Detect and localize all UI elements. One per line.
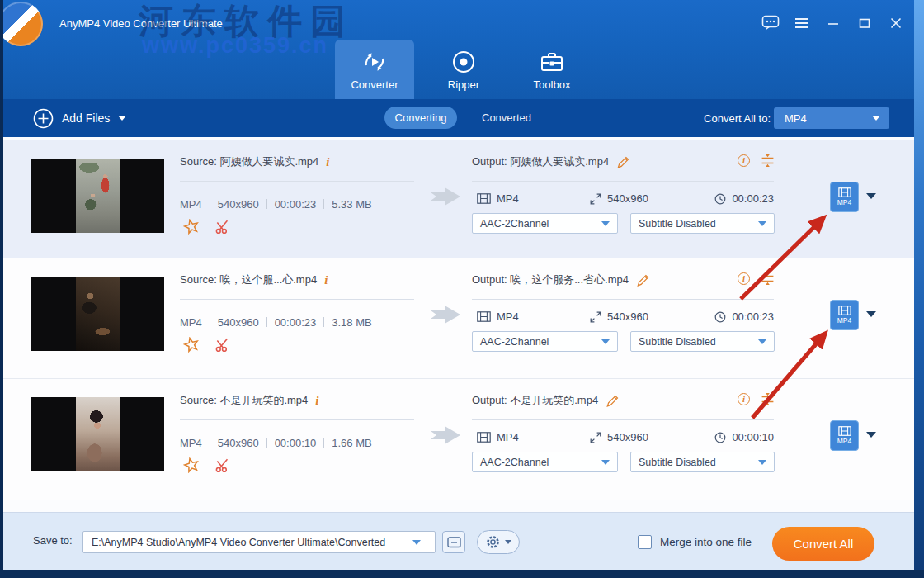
convert-all-to-select[interactable]: MP4	[774, 107, 889, 129]
maximize-button[interactable]	[855, 13, 874, 33]
tab-converter[interactable]: Converter	[335, 40, 414, 99]
source-filename: Source: 阿姨做人要诚实.mp4	[180, 154, 318, 169]
format-caret[interactable]	[866, 311, 876, 317]
subtitle-select[interactable]: Subtitle Disabled	[630, 331, 775, 352]
duration-icon	[714, 311, 726, 323]
chevron-down-icon	[505, 540, 512, 544]
file-row: Source: 唉，这个服...心.mp4 i MP4540x96000:00:…	[3, 258, 914, 379]
audio-track-select[interactable]: AAC-2Channel	[472, 213, 618, 234]
audio-track-value: AAC-2Channel	[480, 336, 549, 348]
video-format-icon	[477, 311, 491, 322]
toolbar: Add Files Converting Converted Convert A…	[3, 99, 914, 137]
cut-icon[interactable]	[214, 337, 231, 353]
output-duration-value: 00:00:10	[732, 431, 774, 443]
output-format-button[interactable]: MP4	[830, 182, 859, 212]
output-filename: Output: 唉，这个服务...省心.mp4	[472, 272, 629, 287]
chevron-down-icon	[872, 116, 880, 121]
desktop-background	[0, 570, 924, 578]
cut-icon[interactable]	[214, 457, 231, 473]
format-caret[interactable]	[866, 432, 876, 438]
output-info-icon[interactable]: i	[738, 272, 750, 285]
chevron-down-icon	[758, 460, 766, 465]
view-converting[interactable]: Converting	[384, 107, 457, 129]
rename-icon[interactable]	[636, 273, 650, 287]
converted-label: Converted	[482, 111, 531, 124]
merge-checkbox[interactable]	[638, 535, 652, 549]
edit-effects-icon[interactable]	[183, 337, 200, 353]
chevron-down-icon	[601, 221, 610, 226]
settings-button[interactable]	[477, 530, 520, 554]
source-meta: MP4540x96000:00:233.18 MB	[180, 316, 372, 329]
view-converted[interactable]: Converted	[482, 107, 531, 129]
format-caret[interactable]	[866, 193, 876, 199]
divider	[472, 299, 774, 300]
video-thumbnail[interactable]	[31, 397, 164, 471]
video-format-icon	[477, 193, 491, 204]
open-folder-button[interactable]	[442, 531, 465, 553]
divider	[180, 299, 414, 300]
resolution-icon	[590, 432, 601, 443]
tab-converter-label: Converter	[351, 78, 398, 91]
chevron-down-icon	[758, 221, 766, 226]
header: AnyMP4 Video Converter Ultimate Co	[3, 0, 914, 99]
edit-effects-icon[interactable]	[183, 457, 200, 473]
source-info-icon[interactable]: i	[326, 155, 329, 169]
subtitle-value: Subtitle Disabled	[639, 218, 716, 230]
rename-icon[interactable]	[606, 394, 620, 408]
save-path-caret[interactable]	[412, 540, 421, 545]
arrow-right-icon	[431, 425, 462, 445]
audio-track-value: AAC-2Channel	[480, 457, 549, 468]
video-format-icon	[477, 432, 491, 443]
chevron-down-icon	[601, 339, 610, 344]
arrow-right-icon	[431, 305, 462, 325]
output-filename: Output: 阿姨做人要诚实.mp4	[472, 154, 609, 169]
convert-all-to-label: Convert All to:	[704, 99, 771, 137]
duration-icon	[714, 193, 726, 205]
output-duration-value: 00:00:23	[732, 192, 774, 205]
desktop-background	[914, 0, 924, 578]
menu-icon[interactable]	[792, 13, 812, 33]
audio-track-select[interactable]: AAC-2Channel	[472, 452, 618, 472]
subtitle-select[interactable]: Subtitle Disabled	[630, 213, 775, 234]
source-info-icon[interactable]: i	[315, 394, 318, 408]
output-filename: Output: 不是开玩笑的.mp4	[472, 393, 598, 408]
adjust-settings-icon[interactable]	[761, 272, 775, 286]
divider	[472, 181, 774, 182]
plus-circle-icon	[33, 108, 54, 129]
converter-icon	[361, 48, 388, 76]
film-icon	[838, 426, 851, 436]
source-filename: Source: 不是开玩笑的.mp4	[180, 393, 308, 408]
output-info-icon[interactable]: i	[738, 154, 750, 167]
output-info-icon[interactable]: i	[738, 393, 750, 405]
format-badge-label: MP4	[837, 438, 851, 445]
tab-ripper[interactable]: Ripper	[429, 40, 498, 99]
tab-ripper-label: Ripper	[448, 78, 479, 91]
audio-track-select[interactable]: AAC-2Channel	[472, 331, 618, 352]
close-button[interactable]	[886, 13, 906, 33]
minimize-button[interactable]	[823, 13, 843, 33]
source-info-icon[interactable]: i	[324, 273, 328, 287]
feedback-icon[interactable]	[761, 13, 780, 33]
add-files-button[interactable]: Add Files	[33, 99, 126, 137]
chevron-down-icon	[601, 460, 610, 465]
tab-toolbox[interactable]: Toolbox	[515, 40, 589, 99]
save-path-input[interactable]	[82, 531, 436, 553]
source-meta: MP4540x96000:00:101.66 MB	[180, 437, 372, 449]
ripper-icon	[451, 48, 476, 76]
output-format-button[interactable]: MP4	[830, 300, 859, 330]
video-thumbnail[interactable]	[31, 159, 164, 233]
subtitle-select[interactable]: Subtitle Disabled	[630, 452, 775, 472]
app-logo-icon	[3, 2, 43, 46]
output-format-button[interactable]: MP4	[830, 420, 859, 451]
audio-track-value: AAC-2Channel	[480, 218, 549, 230]
adjust-settings-icon[interactable]	[761, 392, 775, 406]
cut-icon[interactable]	[214, 219, 231, 235]
rename-icon[interactable]	[616, 155, 630, 169]
source-filename: Source: 唉，这个服...心.mp4	[180, 272, 317, 287]
film-icon	[838, 187, 851, 197]
edit-effects-icon[interactable]	[183, 219, 200, 235]
film-icon	[838, 306, 851, 315]
convert-all-button[interactable]: Convert All	[772, 527, 874, 561]
adjust-settings-icon[interactable]	[761, 154, 775, 168]
video-thumbnail[interactable]	[31, 277, 164, 351]
